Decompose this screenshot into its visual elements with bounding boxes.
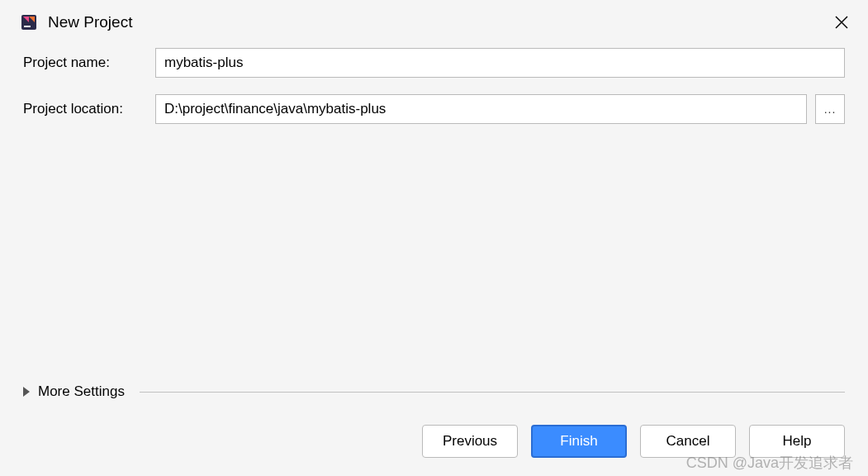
project-location-input[interactable] [155,94,807,124]
close-button[interactable] [833,14,850,31]
svg-rect-1 [24,26,31,27]
content-spacer [23,140,845,377]
project-location-label: Project location: [23,101,147,117]
browse-button[interactable]: ... [815,94,845,124]
project-name-row: Project name: [23,48,845,78]
title-bar: New Project [0,0,868,48]
project-name-label: Project name: [23,55,147,71]
help-button[interactable]: Help [749,425,845,458]
previous-button[interactable]: Previous [422,425,518,458]
title-left: New Project [20,13,132,31]
project-name-input[interactable] [155,48,845,78]
button-bar: Previous Finish Cancel Help [0,410,868,476]
more-settings-toggle[interactable]: More Settings [23,377,845,410]
more-settings-separator [140,392,845,393]
finish-button[interactable]: Finish [531,425,627,458]
more-settings-label: More Settings [38,383,131,400]
dialog-title: New Project [48,13,132,31]
cancel-button[interactable]: Cancel [640,425,736,458]
intellij-icon [20,13,38,31]
dialog-content: Project name: Project location: ... More… [0,48,868,410]
chevron-right-icon [23,387,30,397]
project-location-row: Project location: ... [23,94,845,124]
new-project-dialog: New Project Project name: Project locati… [0,0,868,476]
